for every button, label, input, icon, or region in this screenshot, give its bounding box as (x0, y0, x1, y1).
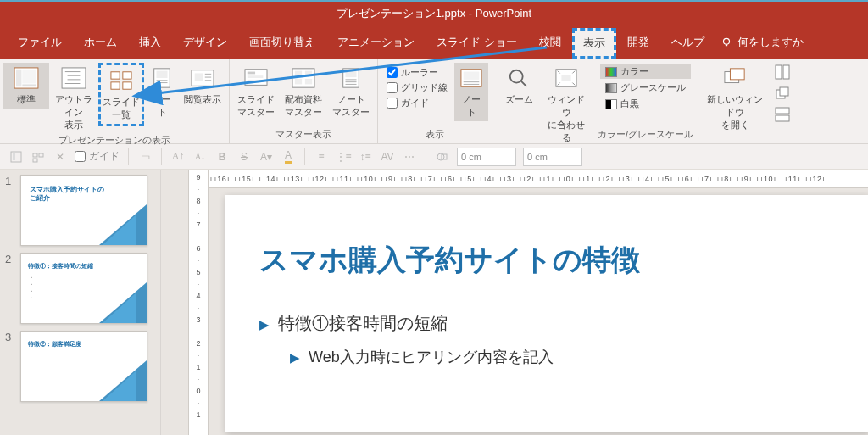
bullet-2[interactable]: Web入力時にヒアリング内容を記入 (290, 347, 836, 367)
outline-view-button[interactable]: アウトライン 表示 (51, 63, 97, 134)
font-color-icon[interactable]: A▾ (259, 149, 274, 165)
guides-checkbox[interactable]: ガイド (387, 97, 448, 109)
svg-rect-3 (22, 70, 36, 84)
thumbnail-item[interactable]: 3特徴②：顧客満足度 (5, 331, 155, 402)
qat-icon-1[interactable] (8, 149, 24, 165)
svg-rect-4 (22, 84, 36, 86)
tab-file[interactable]: ファイル (7, 25, 73, 59)
svg-rect-28 (295, 71, 302, 77)
slide-canvas[interactable]: スマホ購入予約サイトの特徴 特徴①接客時間の短縮 Web入力時にヒアリング内容を… (225, 195, 868, 432)
notes-master-icon (337, 65, 365, 91)
svg-point-0 (723, 38, 729, 44)
group-color-grayscale: カラー グレースケール 白黒 カラー/グレースケール (593, 59, 698, 143)
qat-icon-2[interactable] (31, 149, 46, 165)
bold-icon[interactable]: B (214, 149, 230, 165)
tell-me[interactable]: 何をしますか (721, 35, 804, 50)
notes-page-button[interactable]: ノー ト (146, 63, 178, 121)
align-icon[interactable]: ≡ (314, 149, 329, 165)
svg-rect-30 (295, 79, 302, 85)
highlight-icon[interactable]: A (281, 149, 296, 165)
tab-design[interactable]: デザイン (172, 25, 238, 59)
thumbnail-number: 1 (5, 175, 15, 246)
shape-icon[interactable] (435, 149, 450, 165)
fit-to-window-button[interactable]: ウィンドウ に合わせる (543, 63, 589, 146)
notes-icon (457, 65, 486, 91)
arrange-all-icon[interactable] (775, 64, 790, 81)
group-label: カラー/グレースケール (597, 128, 694, 143)
zoom-icon (504, 65, 533, 91)
group-master-views: スライド マスター 配布資料 マスター ノート マスター マスター表示 (230, 59, 378, 143)
arrow-icon (290, 349, 300, 366)
color-mode-button[interactable]: カラー (600, 64, 691, 79)
horizontal-ruler: ı ı16ıı ı15ıı ı14ıı ı13ıı ı12ıı ı11ıı ı1… (209, 170, 868, 188)
svg-rect-44 (561, 75, 570, 81)
reading-view-button[interactable]: 閲覧表示 (180, 63, 225, 109)
tab-review[interactable]: 校閲 (528, 25, 572, 59)
svg-rect-31 (305, 79, 312, 85)
more-icon[interactable]: ⋯ (402, 149, 417, 165)
svg-rect-11 (123, 72, 131, 79)
vertical-ruler: 9-8-7-6-5-4-3-2-1-0-1- (188, 170, 209, 435)
normal-view-button[interactable]: 標準 (3, 63, 49, 109)
title-bar: プレゼンテーション1.pptx - PowerPoint (0, 0, 868, 25)
thumbnail-item[interactable]: 1スマホ購入予約サイトのご紹介 (5, 175, 155, 246)
tab-insert[interactable]: 挿入 (128, 25, 172, 59)
strike-icon[interactable]: S (236, 149, 252, 165)
width-spinner[interactable]: 0 cm (523, 148, 582, 166)
outline-view-icon (59, 65, 88, 91)
qat-close-icon[interactable]: ✕ (53, 149, 68, 165)
svg-rect-26 (248, 80, 264, 82)
notes-pane-button[interactable]: ノー ト (454, 63, 488, 121)
font-increase-icon[interactable]: A↑ (170, 149, 186, 165)
thumbnail-panel[interactable]: 1スマホ購入予約サイトのご紹介2特徴①：接客時間の短縮・・・・3特徴②：顧客満足… (0, 170, 161, 435)
handout-master-icon (289, 65, 318, 91)
tab-help[interactable]: ヘルプ (660, 25, 715, 59)
slide-editor[interactable]: ı ı16ıı ı15ıı ı14ıı ı13ıı ı12ıı ı11ıı ı1… (209, 170, 868, 435)
tab-slideshow[interactable]: スライド ショー (426, 25, 528, 59)
tab-home[interactable]: ホーム (73, 25, 128, 59)
grayscale-mode-button[interactable]: グレースケール (600, 81, 691, 95)
char-spacing-icon[interactable]: AV (380, 149, 395, 165)
qat-guide-checkbox[interactable]: ガイド (75, 149, 120, 164)
thumbnail-item[interactable]: 2特徴①：接客時間の短縮・・・・ (5, 253, 155, 324)
svg-rect-19 (195, 73, 203, 81)
tab-transition[interactable]: 画面切り替え (238, 25, 326, 59)
slide-title[interactable]: スマホ購入予約サイトの特徴 (259, 241, 836, 280)
ruler-checkbox[interactable]: ルーラー (387, 66, 448, 79)
tab-developer[interactable]: 開発 (616, 25, 660, 59)
ribbon-tabs: ファイル ホーム 挿入 デザイン 画面切り替え アニメーション スライド ショー… (0, 25, 868, 59)
svg-rect-29 (305, 71, 312, 77)
tab-animation[interactable]: アニメーション (326, 25, 426, 59)
height-spinner[interactable]: 0 cm (457, 148, 516, 166)
cascade-icon[interactable] (775, 86, 790, 103)
split-icon[interactable] (775, 107, 790, 124)
handout-master-button[interactable]: 配布資料 マスター (281, 63, 326, 121)
bullets-icon[interactable]: ⋮≡ (336, 149, 351, 165)
gridlines-checkbox[interactable]: グリッド線 (387, 81, 448, 94)
font-decrease-icon[interactable]: A↓ (192, 149, 208, 165)
svg-point-41 (510, 70, 523, 83)
svg-rect-15 (157, 71, 168, 78)
svg-rect-47 (776, 65, 782, 79)
bw-mode-button[interactable]: 白黒 (600, 97, 691, 111)
svg-rect-12 (111, 82, 120, 89)
bulb-icon (721, 36, 732, 48)
new-window-button[interactable]: 新しいウィンドウ を開く (702, 63, 768, 134)
notes-master-button[interactable]: ノート マスター (328, 63, 374, 121)
slide-sorter-button[interactable]: スライド 一覧 (98, 63, 144, 126)
spacing-icon[interactable]: ↕≡ (358, 149, 373, 165)
slide-master-icon (242, 65, 270, 91)
slide-sorter-icon (107, 68, 136, 93)
qat-btn[interactable]: ▭ (137, 149, 153, 165)
group-label: マスター表示 (233, 128, 374, 143)
svg-rect-5 (62, 68, 86, 88)
zoom-button[interactable]: ズーム (496, 63, 542, 109)
slide-master-button[interactable]: スライド マスター (233, 63, 279, 121)
workspace: 1スマホ購入予約サイトのご紹介2特徴①：接客時間の短縮・・・・3特徴②：顧客満足… (0, 170, 868, 435)
group-label (702, 134, 795, 147)
group-zoom: ズーム ウィンドウ に合わせる ズーム (492, 59, 593, 143)
svg-rect-46 (730, 69, 744, 80)
group-window: 新しいウィンドウ を開く (698, 59, 798, 143)
bullet-1[interactable]: 特徴①接客時間の短縮 (259, 312, 836, 335)
tab-view[interactable]: 表示 (572, 28, 616, 59)
